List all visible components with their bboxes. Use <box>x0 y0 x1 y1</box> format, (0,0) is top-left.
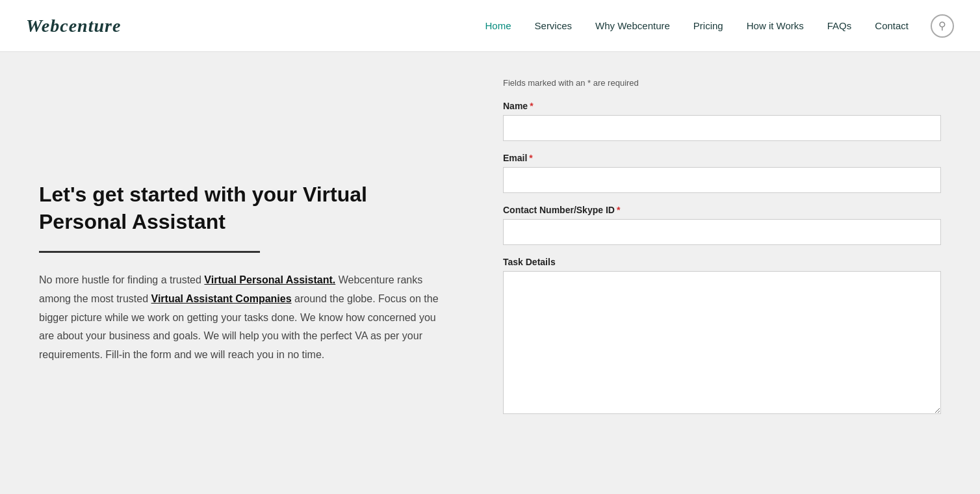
form-required-note-text: Fields marked with an * are required <box>503 78 639 88</box>
hero-title: Let's get started with your Virtual Pers… <box>39 181 451 235</box>
main-nav: Home Services Why Webcenture Pricing How… <box>474 14 954 38</box>
search-icon: ⚲ <box>938 20 946 32</box>
virtual-personal-assistant-link[interactable]: Virtual Personal Assistant. <box>204 274 335 285</box>
contact-input[interactable] <box>503 219 941 245</box>
left-panel: Let's get started with your Virtual Pers… <box>0 52 490 494</box>
nav-pricing[interactable]: Pricing <box>682 14 735 38</box>
nav-why-webcenture[interactable]: Why Webcenture <box>584 14 682 38</box>
nav-faqs[interactable]: FAQs <box>816 14 864 38</box>
nav-contact[interactable]: Contact <box>863 14 920 38</box>
task-textarea[interactable] <box>503 271 941 414</box>
hero-desc-text1: No more hustle for finding a trusted <box>39 274 204 285</box>
nav-services[interactable]: Services <box>523 14 584 38</box>
task-label-text: Task Details <box>503 257 556 267</box>
right-panel: Fields marked with an * are required Nam… <box>490 52 980 494</box>
email-field-group: Email* <box>503 153 941 193</box>
virtual-assistant-companies-link[interactable]: Virtual Assistant Companies <box>151 293 292 304</box>
form-required-note: Fields marked with an * are required <box>503 78 941 88</box>
name-field-group: Name* <box>503 101 941 141</box>
contact-required-star: * <box>617 205 620 215</box>
email-required-star: * <box>529 153 532 163</box>
contact-label: Contact Number/Skype ID* <box>503 205 941 215</box>
hero-divider <box>39 251 260 253</box>
task-label: Task Details <box>503 257 941 267</box>
logo: Webcenture <box>26 16 121 36</box>
name-label: Name* <box>503 101 941 111</box>
nav-home[interactable]: Home <box>474 14 523 38</box>
email-label-text: Email <box>503 153 527 163</box>
hero-description: No more hustle for finding a trusted Vir… <box>39 271 451 365</box>
contact-field-group: Contact Number/Skype ID* <box>503 205 941 245</box>
name-input[interactable] <box>503 115 941 141</box>
nav-how-it-works[interactable]: How it Works <box>735 14 816 38</box>
name-required-star: * <box>530 101 533 111</box>
email-label: Email* <box>503 153 941 163</box>
main-content: Let's get started with your Virtual Pers… <box>0 52 980 494</box>
contact-label-text: Contact Number/Skype ID <box>503 205 615 215</box>
email-input[interactable] <box>503 167 941 193</box>
name-label-text: Name <box>503 101 528 111</box>
task-field-group: Task Details <box>503 257 941 417</box>
search-button[interactable]: ⚲ <box>931 14 954 38</box>
header: Webcenture Home Services Why Webcenture … <box>0 0 980 52</box>
